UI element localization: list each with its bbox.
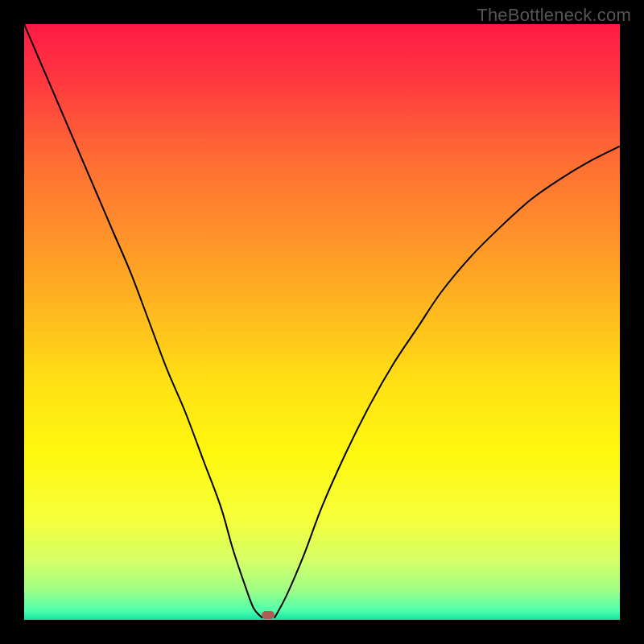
svg-rect-0	[24, 24, 620, 620]
chart-plot-area	[24, 24, 620, 620]
watermark-text: TheBottleneck.com	[477, 5, 631, 26]
optimal-point-marker	[262, 611, 275, 619]
chart-background-gradient	[24, 24, 620, 620]
